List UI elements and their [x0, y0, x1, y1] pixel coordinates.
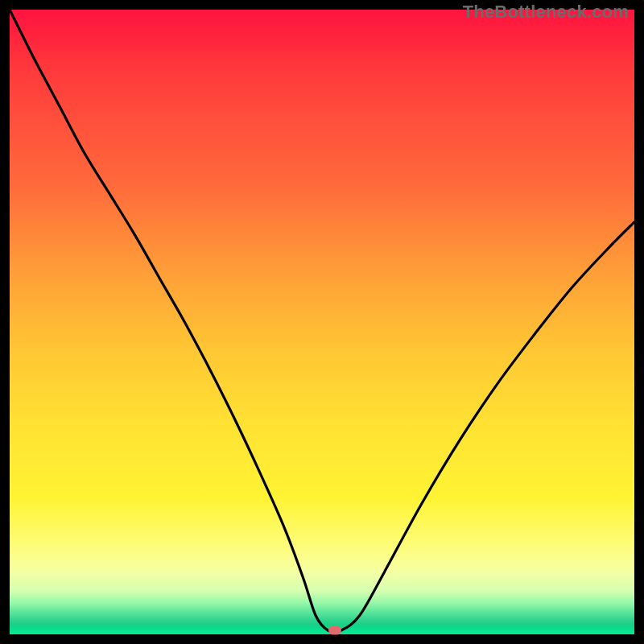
bottleneck-curve [10, 10, 634, 634]
chart-frame: TheBottleneck.com [10, 10, 634, 634]
optimal-point-marker [328, 626, 341, 635]
watermark-text: TheBottleneck.com [463, 2, 629, 23]
